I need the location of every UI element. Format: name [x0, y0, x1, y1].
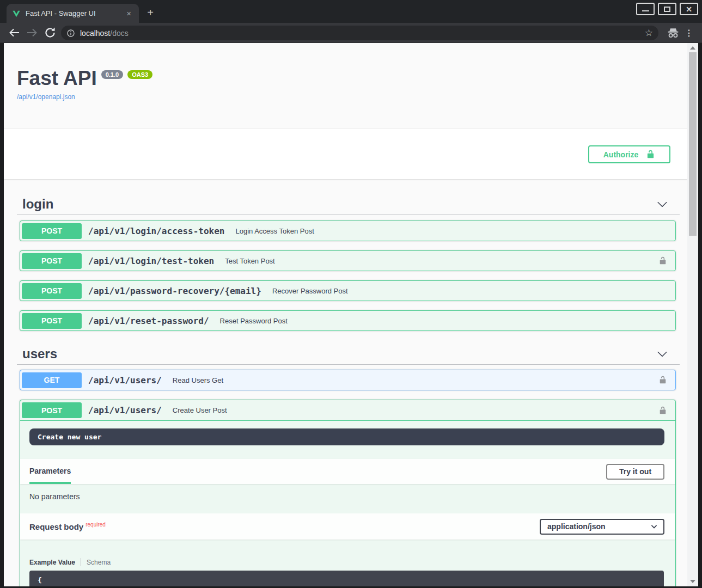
operation-row[interactable]: POST /api/v1/login/access-token Login Ac… — [20, 220, 676, 241]
operation-path: /api/v1/login/access-token — [88, 226, 224, 236]
address-bar[interactable]: localhost/docs ☆ — [61, 26, 658, 40]
bookmark-star-icon[interactable]: ☆ — [645, 27, 653, 39]
tag-name-users: users — [22, 346, 57, 362]
no-parameters-text: No parameters — [29, 492, 675, 501]
tab-title: Fast API - Swagger UI — [26, 9, 119, 17]
incognito-icon — [667, 28, 679, 39]
authorize-button[interactable]: Authorize — [588, 145, 670, 163]
model-example-tabs: Example Value Schema — [29, 558, 675, 566]
operation-row[interactable]: GET /api/v1/users/ Read Users Get — [20, 370, 676, 390]
chevron-down-icon[interactable] — [657, 348, 668, 359]
method-badge: GET — [22, 372, 82, 388]
method-badge: POST — [22, 402, 82, 418]
unlocked-padlock-icon — [646, 149, 655, 160]
tag-header-login[interactable]: login — [17, 193, 680, 215]
expanded-operation: POST /api/v1/users/ Create User Post Cre… — [20, 400, 676, 586]
maximize-icon — [664, 7, 670, 12]
request-body-header: Request bodyrequired application/json — [20, 513, 675, 540]
scheme-container: Authorize — [4, 128, 687, 179]
operation-summary: Recover Password Post — [272, 287, 348, 295]
tab-close-icon[interactable]: × — [124, 8, 133, 19]
chevron-down-icon[interactable] — [657, 199, 668, 210]
operation-summary: Create User Post — [173, 406, 227, 414]
browser-menu-icon[interactable]: ⋮ — [685, 27, 693, 39]
minimize-icon — [642, 10, 649, 11]
operation-path: /api/v1/password-recovery/{email} — [88, 286, 261, 296]
close-icon: ✕ — [686, 5, 692, 13]
example-code-block[interactable]: { — [29, 571, 664, 586]
browser-tab[interactable]: Fast API - Swagger UI × — [7, 4, 139, 23]
operation-row[interactable]: POST /api/v1/password-recovery/{email} R… — [20, 280, 676, 301]
back-button[interactable] — [8, 26, 21, 39]
parameters-header: Parameters Try it out — [20, 459, 675, 484]
chevron-down-icon — [650, 523, 658, 530]
content-type-value: application/json — [547, 522, 606, 531]
openapi-spec-link[interactable]: /api/v1/openapi.json — [17, 93, 75, 101]
browser-toolbar: localhost/docs ☆ ⋮ — [0, 23, 702, 43]
code-line: { — [38, 576, 42, 584]
page-title: Fast API — [17, 68, 97, 88]
operation-path: /api/v1/users/ — [88, 375, 162, 385]
tag-header-users[interactable]: users — [17, 343, 680, 365]
operation-row[interactable]: POST /api/v1/reset-password/ Reset Passw… — [20, 310, 676, 331]
scrollbar-thumb[interactable] — [689, 52, 697, 236]
operation-path: /api/v1/login/test-token — [88, 256, 214, 266]
tab-parameters[interactable]: Parameters — [29, 459, 71, 484]
url-path: /docs — [110, 29, 128, 38]
tab-schema[interactable]: Schema — [87, 559, 111, 566]
reload-button[interactable] — [44, 26, 57, 39]
content-type-select[interactable]: application/json — [540, 519, 664, 535]
auth-lock-icon[interactable] — [658, 406, 667, 415]
version-badge: 0.1.0 — [101, 70, 123, 79]
authorize-label: Authorize — [603, 150, 639, 159]
forward-button[interactable] — [26, 26, 39, 39]
scroll-up-arrow[interactable] — [690, 46, 695, 50]
operation-path: /api/v1/reset-password/ — [88, 316, 209, 326]
operation-summary: Test Token Post — [225, 257, 275, 265]
tab-example-value[interactable]: Example Value — [29, 559, 75, 566]
maximize-button[interactable] — [658, 3, 676, 15]
url-text[interactable]: localhost/docs — [80, 29, 129, 38]
operation-summary: Reset Password Post — [220, 317, 288, 325]
swagger-page: Fast API 0.1.0 OAS3 /api/v1/openapi.json… — [4, 43, 687, 586]
tag-name-login: login — [22, 197, 53, 212]
request-body-label: Request bodyrequired — [29, 522, 106, 531]
close-window-button[interactable]: ✕ — [680, 3, 698, 15]
vertical-scrollbar[interactable] — [687, 43, 698, 586]
operation-summary: Login Access Token Post — [235, 227, 314, 235]
method-badge: POST — [22, 283, 82, 299]
new-tab-button[interactable]: + — [143, 6, 157, 20]
operation-row[interactable]: POST /api/v1/users/ Create User Post — [20, 400, 675, 421]
method-badge: POST — [22, 223, 82, 239]
scroll-down-arrow[interactable] — [690, 580, 695, 583]
method-badge: POST — [22, 253, 82, 269]
window-controls: ✕ — [636, 3, 698, 15]
operation-summary: Read Users Get — [173, 376, 223, 384]
operation-path: /api/v1/users/ — [88, 405, 162, 415]
method-badge: POST — [22, 313, 82, 329]
auth-lock-icon[interactable] — [658, 256, 667, 266]
url-host: localhost — [80, 29, 110, 38]
site-info-icon[interactable] — [66, 29, 75, 38]
operation-description: Create new user — [29, 428, 664, 445]
auth-lock-icon[interactable] — [658, 375, 667, 385]
fastapi-favicon-icon — [12, 9, 21, 18]
minimize-button[interactable] — [636, 3, 655, 15]
operation-row[interactable]: POST /api/v1/login/test-token Test Token… — [20, 250, 676, 271]
required-label: required — [86, 522, 106, 528]
tab-strip: Fast API - Swagger UI × + ✕ — [0, 0, 702, 23]
try-it-out-button[interactable]: Try it out — [606, 464, 664, 480]
tab-divider — [81, 558, 81, 566]
oas3-badge: OAS3 — [127, 70, 152, 79]
